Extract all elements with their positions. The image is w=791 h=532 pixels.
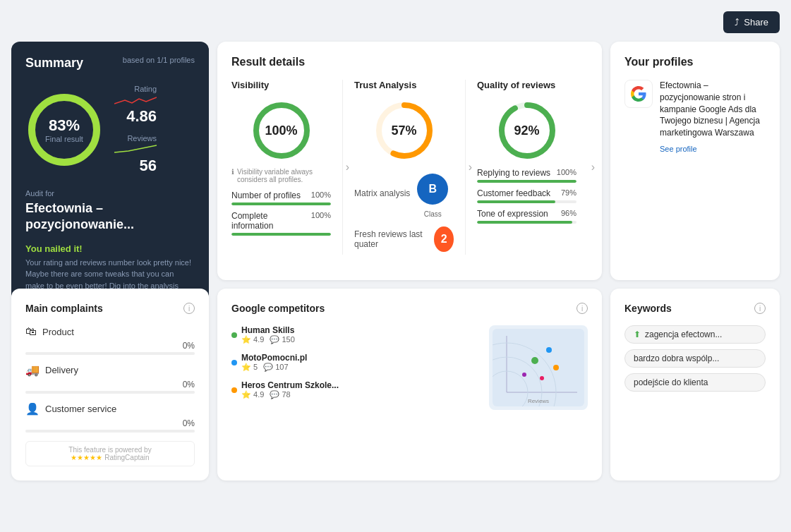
keywords-info-icon[interactable]: i bbox=[754, 303, 766, 314]
powered-by-label: This feature is powered by ★★★★★ RatingC… bbox=[25, 441, 195, 466]
final-percent: 83% bbox=[45, 116, 83, 135]
keyword-1-icon: ⬆ bbox=[634, 330, 641, 339]
based-on-label: based on 1/1 profiles bbox=[123, 56, 195, 64]
you-nailed-label: You nailed it! bbox=[25, 243, 195, 254]
complaints-card: Main complaints i 🛍 Product 0% 🚚 Deliver… bbox=[11, 289, 209, 480]
quality-section: Quality of reviews 92% Replying to revie… bbox=[466, 80, 588, 255]
competitors-info-icon[interactable]: i bbox=[576, 303, 588, 314]
google-logo bbox=[624, 80, 653, 108]
complaint-delivery: 🚚 Delivery 0% bbox=[25, 363, 195, 394]
feedback-metric: Customer feedback 79% bbox=[477, 188, 576, 203]
summary-title: Summary bbox=[25, 56, 83, 71]
competitor-1-name: Human Skills bbox=[241, 325, 295, 335]
matrix-badge: B bbox=[417, 174, 448, 205]
powered-brand: RatingCaptain bbox=[104, 454, 149, 461]
profiles-title: Your profiles bbox=[624, 56, 766, 68]
final-result-circle: 83% Final result bbox=[25, 91, 103, 169]
trust-section: Trust Analysis 57% Matrix analysis B Cla… bbox=[343, 80, 466, 255]
your-profiles-card: Your profiles Efectownia – pozycjonowani… bbox=[610, 42, 780, 280]
quality-arrow[interactable]: › bbox=[591, 161, 595, 174]
product-icon: 🛍 bbox=[25, 325, 37, 338]
keywords-title: Keywords bbox=[624, 303, 672, 314]
result-details-title: Result details bbox=[231, 56, 588, 68]
svg-point-15 bbox=[546, 347, 552, 353]
reviews-sparkline bbox=[114, 143, 157, 157]
trust-title: Trust Analysis bbox=[354, 80, 454, 90]
quality-donut: 92% bbox=[495, 99, 559, 162]
competitor-3: Heros Centrum Szkole... ⭐ 4.9 💬 78 bbox=[231, 380, 481, 399]
visibility-title: Visibility bbox=[231, 80, 331, 90]
svg-point-14 bbox=[531, 357, 538, 364]
rating-label: Rating bbox=[134, 85, 157, 93]
see-profile-link[interactable]: See profile bbox=[660, 145, 697, 153]
quality-title: Quality of reviews bbox=[477, 80, 576, 90]
complaint-product: 🛍 Product 0% bbox=[25, 325, 195, 355]
competitor-1: Human Skills ⭐ 4.9 💬 150 bbox=[231, 325, 481, 344]
competitor-2-name: MotoPomocni.pl bbox=[241, 353, 307, 363]
delivery-icon: 🚚 bbox=[25, 363, 40, 377]
replying-metric: Replying to reviews 100% bbox=[477, 168, 576, 183]
service-icon: 👤 bbox=[25, 402, 40, 416]
share-label: Share bbox=[744, 17, 768, 28]
powered-stars: ★★★★★ bbox=[71, 454, 102, 461]
competitor-1-dot bbox=[231, 332, 237, 338]
competitor-3-dot bbox=[231, 387, 237, 393]
trust-percent: 57% bbox=[391, 123, 416, 138]
svg-point-16 bbox=[553, 365, 559, 370]
reviews-label: Reviews bbox=[127, 134, 157, 143]
audit-for-label: Audit for bbox=[25, 189, 195, 198]
share-button[interactable]: ⤴ Share bbox=[723, 11, 780, 33]
svg-point-17 bbox=[522, 373, 526, 377]
rating-sparkline bbox=[114, 93, 157, 107]
complaints-info-icon[interactable]: i bbox=[183, 303, 195, 314]
tone-metric: Tone of expression 96% bbox=[477, 209, 576, 224]
profile-item: Efectownia – pozycjonowanie stron i kamp… bbox=[624, 80, 766, 155]
keyword-1[interactable]: ⬆ zagencja efectown... bbox=[624, 325, 766, 344]
rating-value: 4.86 bbox=[126, 107, 157, 126]
quality-percent: 92% bbox=[514, 123, 539, 138]
complaint-customer-service: 👤 Customer service 0% bbox=[25, 402, 195, 433]
profile-name: Efectownia – pozycjonowanie stron i kamp… bbox=[660, 80, 766, 139]
keyword-2[interactable]: bardzo dobra wspólp... bbox=[624, 349, 766, 368]
share-icon: ⤴ bbox=[735, 17, 739, 28]
complaints-title: Main complaints bbox=[25, 303, 103, 314]
fresh-label: Fresh reviews last quater bbox=[354, 229, 427, 249]
matrix-label: Matrix analysis bbox=[354, 188, 410, 198]
competitors-card: Google competitors i Human Skills ⭐ 4.9 … bbox=[217, 289, 602, 480]
fresh-badge: 2 bbox=[434, 226, 454, 252]
competitor-2: MotoPomocni.pl ⭐ 5 💬 107 bbox=[231, 353, 481, 372]
trust-donut: 57% bbox=[373, 99, 436, 162]
visibility-percent: 100% bbox=[265, 123, 297, 138]
visibility-donut: 100% bbox=[250, 99, 313, 162]
num-profiles-metric: Number of profiles 100% bbox=[231, 191, 331, 205]
competitors-chart: Reviews bbox=[489, 325, 588, 410]
competitor-2-dot bbox=[231, 360, 237, 365]
visibility-section: Visibility 100% ℹ Visibility variable al… bbox=[231, 80, 343, 255]
competitor-3-name: Heros Centrum Szkole... bbox=[241, 380, 339, 390]
company-name: Efectownia – pozycjonowanie... bbox=[25, 200, 195, 234]
matrix-class: Class bbox=[424, 210, 442, 218]
svg-point-18 bbox=[540, 376, 544, 380]
svg-text:Reviews: Reviews bbox=[528, 398, 549, 404]
competitors-title: Google competitors bbox=[231, 303, 325, 314]
visibility-note: ℹ Visibility variable always considers a… bbox=[231, 168, 331, 183]
reviews-value: 56 bbox=[140, 157, 157, 175]
final-label: Final result bbox=[45, 135, 83, 143]
keywords-card: Keywords i ⬆ zagencja efectown... bardzo… bbox=[610, 289, 780, 480]
keyword-3[interactable]: podejście do klienta bbox=[624, 373, 766, 392]
result-details-card: Result details Visibility 100% ℹ Visibil… bbox=[217, 42, 602, 280]
complete-info-metric: Complete information 100% bbox=[231, 211, 331, 236]
